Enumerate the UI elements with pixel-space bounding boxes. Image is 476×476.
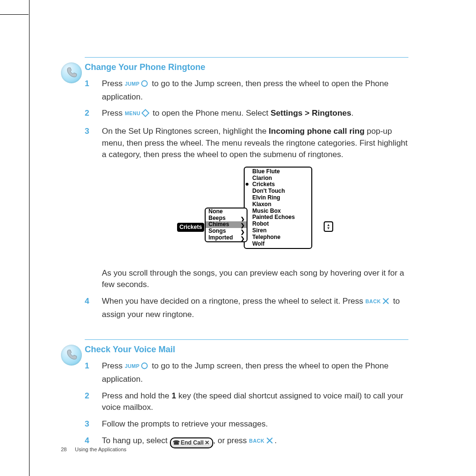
step-body: Follow the prompts to retrieve your mess…	[102, 418, 408, 430]
step-number: 4	[85, 296, 102, 320]
step-text: To hang up, select	[102, 436, 170, 445]
page-footer: 28 Using the Applications	[61, 446, 127, 452]
step-text: , or press	[213, 436, 249, 445]
song-item: Painted Echoes	[249, 214, 311, 221]
step-body: Press MENU to open the Phone menu. Selec…	[102, 108, 408, 121]
step-text: to open the Phone menu. Select	[150, 109, 270, 118]
song-item: Siren	[249, 228, 311, 234]
song-item: Robot	[249, 221, 311, 228]
step-body: On the Set Up Ringtones screen, highligh…	[102, 126, 408, 291]
step-bold: Settings > Ringtones	[270, 109, 351, 118]
stepper-icon: ▲▼	[324, 221, 333, 232]
step-text: Press	[102, 109, 125, 118]
chevron-right-icon: ❯	[240, 222, 245, 228]
steps-list: 1 Press JUMP to go to the Jump screen, t…	[85, 360, 408, 448]
song-item: Klaxon	[249, 201, 311, 208]
back-label: BACK	[366, 298, 381, 304]
step-body: To hang up, select ☎End Call✕, or press …	[102, 435, 408, 448]
step-number: 1	[85, 360, 102, 385]
category-item: Imported❯	[206, 235, 247, 241]
back-icon	[266, 436, 274, 448]
step-item: 2 Press MENU to open the Phone menu. Sel…	[85, 108, 408, 121]
step-body: Press JUMP to go to the Jump screen, the…	[102, 78, 408, 103]
song-item: Don't Touch	[249, 188, 311, 195]
chevron-right-icon: ❯	[240, 229, 245, 235]
step-text: Press and hold the	[102, 391, 171, 400]
step-item: 1 Press JUMP to go to the Jump screen, t…	[85, 360, 408, 385]
step-text: Press	[102, 79, 125, 88]
step-bold: Incoming phone call ring	[269, 127, 365, 136]
category-item: None	[206, 208, 247, 215]
step-text: As you scroll through the songs, you can…	[102, 268, 404, 289]
category-item: Songs❯	[206, 228, 247, 235]
svg-point-0	[142, 81, 148, 87]
page-number: 28	[61, 446, 67, 452]
crop-mark-vertical	[29, 0, 30, 476]
close-icon: ✕	[205, 439, 209, 446]
step-body: Press JUMP to go to the Jump screen, the…	[102, 360, 408, 385]
step-text: Press	[102, 361, 125, 370]
chevron-right-icon: ❯	[240, 216, 245, 222]
step-item: 4 To hang up, select ☎End Call✕, or pres…	[85, 435, 408, 448]
step-text: .	[351, 109, 354, 118]
steps-list: 1 Press JUMP to go to the Jump screen, t…	[85, 78, 408, 320]
end-call-button: ☎End Call✕	[170, 437, 213, 448]
ringtone-menu-graphic: Crickets Blue Flute Clarion Crickets Don…	[177, 167, 333, 262]
step-number: 3	[85, 418, 102, 430]
category-item: Beeps❯	[206, 215, 247, 222]
section-check-voicemail: Check Your Voice Mail 1 Press JUMP to go…	[85, 339, 408, 448]
category-item-selected: Chimes❯	[206, 221, 247, 228]
step-text: On the Set Up Ringtones screen, highligh…	[102, 127, 269, 136]
song-item-selected: Crickets	[249, 181, 311, 188]
page-content: Change Your Phone Ringtone 1 Press JUMP …	[85, 57, 408, 467]
song-item: Elvin Ring	[249, 195, 311, 201]
phone-hangup-icon: ☎	[173, 439, 180, 447]
song-item: Clarion	[249, 175, 311, 182]
step-text: When you have decided on a ringtone, pre…	[102, 297, 366, 306]
step-text: Follow the prompts to retrieve your mess…	[102, 419, 268, 428]
selected-ringtone-tag: Crickets	[177, 223, 204, 232]
song-item: Telephone	[249, 234, 311, 241]
svg-rect-1	[142, 110, 149, 117]
chevron-right-icon: ❯	[240, 236, 245, 242]
step-item: 4 When you have decided on a ringtone, p…	[85, 296, 408, 320]
crop-mark-horizontal	[0, 14, 29, 15]
step-item: 1 Press JUMP to go to the Jump screen, t…	[85, 78, 408, 103]
svg-point-2	[142, 363, 148, 369]
song-item: Blue Flute	[249, 169, 311, 175]
phone-app-icon	[61, 345, 82, 366]
step-text: .	[275, 436, 277, 445]
step-number: 2	[85, 390, 102, 414]
section-heading: Change Your Phone Ringtone	[85, 62, 408, 72]
song-item: Wolf	[249, 241, 311, 248]
step-body: When you have decided on a ringtone, pre…	[102, 296, 408, 320]
end-call-label: End Call	[181, 439, 204, 446]
jump-icon	[140, 79, 149, 91]
back-label: BACK	[249, 438, 264, 444]
step-body: Press and hold the 1 key (the speed dial…	[102, 390, 408, 414]
jump-label: JUMP	[125, 81, 139, 87]
phone-app-icon	[61, 62, 82, 83]
footer-section-title: Using the Applications	[75, 446, 126, 452]
menu-label: MENU	[125, 110, 140, 116]
back-icon	[382, 297, 390, 309]
menu-icon	[141, 109, 149, 121]
step-number: 1	[85, 78, 102, 103]
songs-popup: Blue Flute Clarion Crickets Don't Touch …	[244, 167, 312, 249]
step-number: 3	[85, 126, 102, 291]
section-change-ringtone: Change Your Phone Ringtone 1 Press JUMP …	[85, 57, 408, 320]
step-number: 2	[85, 108, 102, 121]
step-item: 3 Follow the prompts to retrieve your me…	[85, 418, 408, 430]
step-bold: 1	[171, 391, 176, 400]
step-item: 2 Press and hold the 1 key (the speed di…	[85, 390, 408, 414]
song-item: Music Box	[249, 208, 311, 215]
section-heading: Check Your Voice Mail	[85, 345, 408, 355]
jump-label: JUMP	[125, 363, 139, 369]
categories-popup: None Beeps❯ Chimes❯ Songs❯ Imported❯	[205, 208, 248, 242]
step-item: 3 On the Set Up Ringtones screen, highli…	[85, 126, 408, 291]
bullet-icon	[246, 183, 248, 186]
jump-icon	[140, 362, 149, 374]
